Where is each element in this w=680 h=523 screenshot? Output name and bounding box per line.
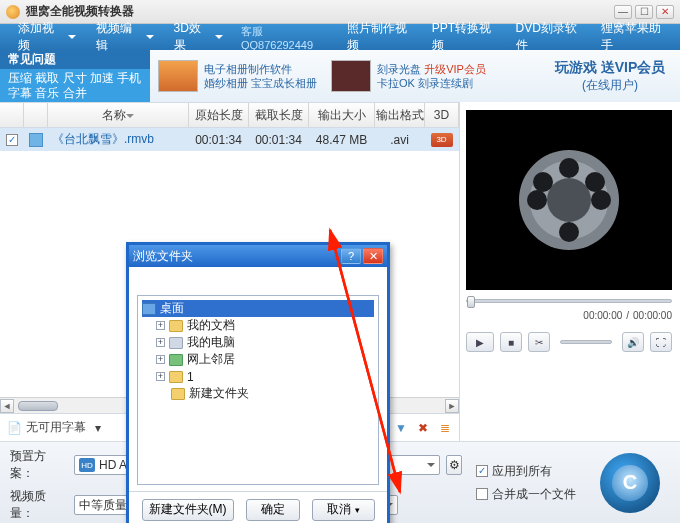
dialog-close-button[interactable]: ✕ <box>363 248 383 264</box>
table-header: 名称 原始长度 截取长度 输出大小 输出格式 3D <box>0 102 459 128</box>
new-folder-button[interactable]: 新建文件夹(M) <box>142 499 234 521</box>
promo-vip-title: 玩游戏 送VIP会员 <box>555 59 665 77</box>
tree-item[interactable]: +网上邻居 <box>156 351 374 368</box>
expand-icon[interactable]: + <box>156 355 165 364</box>
convert-button[interactable]: C <box>600 453 660 513</box>
hd-badge: HD <box>79 458 95 472</box>
table-row[interactable]: 《台北飘雪》.rmvb 00:01:34 00:01:34 48.47 MB .… <box>0 128 459 151</box>
minimize-button[interactable]: — <box>614 5 632 19</box>
row-size: 48.47 MB <box>309 128 375 151</box>
expand-icon[interactable]: + <box>156 321 165 330</box>
menu-add-video-label: 添加视频 <box>18 20 65 54</box>
scroll-thumb[interactable] <box>18 401 58 411</box>
play-button[interactable]: ▶ <box>466 332 494 352</box>
main-menubar: 添加视频 视频编辑 3D效果 客服QQ876292449 照片制作视频 PPT转… <box>0 24 680 50</box>
dialog-help-button[interactable]: ? <box>341 248 361 264</box>
menu-add-video[interactable]: 添加视频 <box>8 17 86 57</box>
delete-button[interactable]: ✖ <box>415 420 431 436</box>
ribbon: 常见问题 压缩 截取 尺寸 加速 手机 字幕 音乐 合并 电子相册制作软件 婚纱… <box>0 50 680 102</box>
time-total: 00:00:00 <box>633 310 672 321</box>
toplink-dvd-burn[interactable]: DVD刻录软件 <box>516 20 588 54</box>
support-qq[interactable]: 客服QQ876292449 <box>241 24 333 51</box>
faq-panel[interactable]: 常见问题 压缩 截取 尺寸 加速 手机 字幕 音乐 合并 <box>0 50 150 102</box>
promo-vip[interactable]: 玩游戏 送VIP会员 (在线用户) <box>540 50 680 102</box>
col-cut[interactable]: 截取长度 <box>249 103 309 127</box>
subtitle-selector[interactable]: 📄 无可用字幕 ▾ <box>6 419 106 436</box>
preset-label: 预置方案： <box>10 448 68 482</box>
toplink-ppt-convert[interactable]: PPT转换视频 <box>432 20 502 54</box>
promo-album-line1: 电子相册制作软件 <box>204 62 317 76</box>
seek-slider[interactable] <box>466 294 672 308</box>
tree-item[interactable]: 新建文件夹 <box>156 385 374 402</box>
sort-caret-icon[interactable] <box>126 114 134 122</box>
stop-button[interactable]: ■ <box>500 332 522 352</box>
toplink-apple-helper[interactable]: 狸窝苹果助手 <box>601 20 672 54</box>
video-file-icon <box>29 133 43 147</box>
scroll-right-icon[interactable]: ► <box>445 399 459 413</box>
promo-album-thumb <box>158 60 198 92</box>
apply-all-label: 应用到所有 <box>492 463 552 480</box>
col-name[interactable]: 名称 <box>102 107 126 124</box>
file-list-pane: 名称 原始长度 截取长度 输出大小 输出格式 3D 《台北飘雪》.rmvb 00… <box>0 102 460 441</box>
vq-value: 中等质量 <box>79 497 127 514</box>
time-current: 00:00:00 <box>583 310 622 321</box>
tree-root[interactable]: 桌面 <box>142 300 374 317</box>
folder-icon <box>169 320 183 332</box>
dialog-title: 浏览文件夹 <box>133 248 339 265</box>
folder-icon <box>171 388 185 400</box>
row-3d-badge[interactable]: 3D <box>431 133 453 147</box>
row-orig: 00:01:34 <box>189 128 249 151</box>
col-orig[interactable]: 原始长度 <box>189 103 249 127</box>
expand-icon[interactable]: + <box>156 338 165 347</box>
film-reel-icon <box>519 150 619 250</box>
row-checkbox[interactable] <box>6 134 18 146</box>
promo-burn[interactable]: 刻录光盘 升级VIP会员 卡拉OK 刻录连续剧 <box>331 60 486 92</box>
fullscreen-button[interactable]: ⛶ <box>650 332 672 352</box>
row-fmt: .avi <box>375 128 425 151</box>
desktop-icon <box>142 303 156 315</box>
toplink-photo-video[interactable]: 照片制作视频 <box>347 20 418 54</box>
move-down-button[interactable]: ▼ <box>393 420 409 436</box>
network-icon <box>169 354 183 366</box>
subtitle-label: 无可用字幕 <box>26 419 86 436</box>
promo-vip-sub: (在线用户) <box>582 77 638 94</box>
col-size[interactable]: 输出大小 <box>309 103 375 127</box>
browse-folder-dialog: 浏览文件夹 ? ✕ 桌面 +我的文档 +我的电脑 +网上邻居 +1 新建文件夹 … <box>126 242 390 523</box>
folder-icon <box>169 371 183 383</box>
clear-list-button[interactable]: ≣ <box>437 420 453 436</box>
close-button[interactable]: ✕ <box>656 5 674 19</box>
col-fmt[interactable]: 输出格式 <box>375 103 425 127</box>
cancel-button[interactable]: 取消▾ <box>312 499 375 521</box>
tree-item[interactable]: +我的文档 <box>156 317 374 334</box>
preset-settings-button[interactable]: ⚙ <box>446 455 462 475</box>
apply-all-checkbox[interactable] <box>476 465 488 477</box>
merge-one-label: 合并成一个文件 <box>492 486 576 503</box>
video-preview[interactable] <box>466 110 672 290</box>
merge-one-checkbox[interactable] <box>476 488 488 500</box>
dialog-titlebar[interactable]: 浏览文件夹 ? ✕ <box>129 245 387 267</box>
seek-knob[interactable] <box>467 296 475 308</box>
computer-icon <box>169 337 183 349</box>
promo-burn-line1: 刻录光盘 升级VIP会员 <box>377 62 486 76</box>
tree-item[interactable]: +1 <box>156 368 374 385</box>
row-cut: 00:01:34 <box>249 128 309 151</box>
promo-album[interactable]: 电子相册制作软件 婚纱相册 宝宝成长相册 <box>158 60 317 92</box>
volume-slider[interactable] <box>560 340 612 344</box>
time-display: 00:00:00/00:00:00 <box>466 310 672 321</box>
tree-item[interactable]: +我的电脑 <box>156 334 374 351</box>
promo-album-line2: 婚纱相册 宝宝成长相册 <box>204 76 317 90</box>
menu-edit-video[interactable]: 视频编辑 <box>86 17 164 57</box>
scroll-left-icon[interactable]: ◄ <box>0 399 14 413</box>
col-3d[interactable]: 3D <box>425 103 459 127</box>
maximize-button[interactable]: ☐ <box>635 5 653 19</box>
menu-3d-effect-label: 3D效果 <box>174 20 212 54</box>
promo-burn-thumb <box>331 60 371 92</box>
snapshot-button[interactable]: ✂ <box>528 332 550 352</box>
mute-button[interactable]: 🔊 <box>622 332 644 352</box>
folder-tree[interactable]: 桌面 +我的文档 +我的电脑 +网上邻居 +1 新建文件夹 <box>137 295 379 485</box>
menu-3d-effect[interactable]: 3D效果 <box>164 17 233 57</box>
expand-icon[interactable]: + <box>156 372 165 381</box>
ok-button[interactable]: 确定 <box>246 499 300 521</box>
row-name: 《台北飘雪》.rmvb <box>48 128 189 151</box>
chevron-down-icon <box>427 463 435 471</box>
